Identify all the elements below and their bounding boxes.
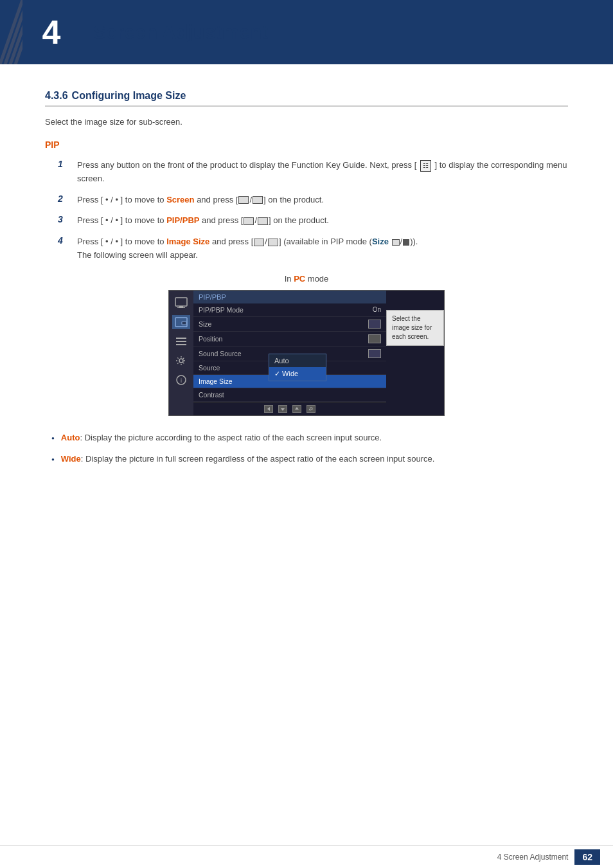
step-3-number: 3 (58, 214, 69, 224)
pip-icon (172, 315, 190, 329)
page-footer: 4 Screen Adjustment 62 (0, 845, 613, 868)
menu-header-label: PIP/PBP (193, 291, 386, 303)
step-3-text: Press [ • / • ] to move to PIP/PBP and p… (77, 214, 568, 228)
main-content: 4.3.6Configuring Image Size Select the i… (0, 64, 613, 512)
rotate-icon-3 (268, 239, 278, 246)
step-3: 3 Press [ • / • ] to move to PIP/PBP and… (58, 214, 568, 228)
menu-list-icon (172, 334, 190, 348)
svg-rect-6 (177, 307, 185, 308)
square-icon-1 (238, 196, 249, 204)
step-4-size-keyword: Size (372, 237, 389, 246)
monitor-icon (172, 296, 190, 310)
bullet-list: ● Auto: Display the picture according to… (51, 431, 568, 466)
menu-row-val-size (368, 320, 381, 329)
menu-wrapper: PIP/PBP PIP/PBP Mode On Size Position (193, 291, 386, 415)
square-icon-2 (244, 217, 254, 225)
step-4-number: 4 (58, 235, 69, 246)
header-stripes (0, 0, 22, 64)
chapter-title: Screen Adjustment (93, 21, 268, 43)
size-icon-filled (403, 239, 409, 246)
bullet-text-wide: Wide: Display the picture in full screen… (61, 453, 435, 466)
menu-row-label-image-size: Image Size (199, 377, 233, 385)
wide-description: : Display the picture in full screen reg… (81, 454, 435, 464)
toolbar-btn-down[interactable] (278, 405, 287, 413)
svg-rect-8 (182, 321, 186, 325)
menu-row-size: Size (193, 317, 386, 332)
step-4-text: Press [ • / • ] to move to Image Size an… (77, 235, 568, 262)
dropdown-popup: Auto Wide (269, 354, 326, 381)
step-4: 4 Press [ • / • ] to move to Image Size … (58, 235, 568, 262)
step-4-imagesize-keyword: Image Size (166, 237, 209, 246)
toolbar-btn-enter[interactable] (306, 405, 315, 413)
gear-icon (172, 354, 190, 368)
menu-row-label-contrast: Contrast (199, 391, 224, 399)
footer-chapter-text: 4 Screen Adjustment (497, 853, 569, 862)
menu-row-val-sound-source (368, 349, 381, 358)
menu-row-label-position: Position (199, 335, 222, 343)
in-pc-mode-label: In PC mode (45, 274, 568, 284)
step-2-screen-keyword: Screen (166, 195, 194, 204)
square-icon-3 (254, 239, 264, 246)
auto-description: : Display the picture according to the a… (80, 433, 382, 442)
menu-area: PIP/PBP PIP/PBP Mode On Size Position (193, 291, 386, 415)
svg-rect-5 (179, 306, 183, 307)
screenshot-container: i PIP/PBP PIP/PBP Mode On Size (45, 290, 568, 416)
wide-keyword: Wide (61, 454, 81, 464)
bullet-item-wide: ● Wide: Display the picture in full scre… (51, 453, 568, 466)
step-3-pip-keyword: PIP/PBP (166, 215, 199, 225)
dropdown-item-wide[interactable]: Wide (269, 367, 326, 381)
menu-row-val-position (368, 334, 381, 343)
dropdown-item-auto[interactable]: Auto (269, 354, 326, 367)
svg-rect-4 (175, 298, 187, 306)
svg-text:i: i (181, 377, 182, 384)
menu-row-label-source: Source (199, 364, 220, 372)
step-1-text: Press any button on the front of the pro… (77, 159, 568, 186)
screenshot-toolbar (193, 402, 386, 415)
menu-row-val-pip-mode: On (373, 306, 381, 313)
menu-icon: ☷ (420, 160, 431, 172)
chapter-number: 4 (22, 0, 80, 64)
menu-row-label-pip-mode: PIP/PBP Mode (199, 306, 244, 314)
svg-marker-17 (295, 407, 299, 410)
pc-keyword: PC (294, 274, 305, 284)
step-1: 1 Press any button on the front of the p… (58, 159, 568, 186)
bullet-text-auto: Auto: Display the picture according to t… (61, 431, 382, 445)
menu-row-label-size: Size (199, 320, 211, 328)
menu-screenshot: i PIP/PBP PIP/PBP Mode On Size (168, 290, 445, 416)
step-1-number: 1 (58, 159, 69, 169)
step-2: 2 Press [ • / • ] to move to Screen and … (58, 194, 568, 207)
svg-point-12 (179, 359, 183, 363)
section-heading: 4.3.6Configuring Image Size (45, 90, 568, 107)
rotate-icon-1 (253, 196, 263, 204)
menu-row-label-sound-source: Sound Source (199, 350, 242, 357)
svg-rect-10 (176, 341, 186, 342)
auto-keyword: Auto (61, 433, 80, 442)
bullet-dot-auto: ● (51, 435, 55, 443)
tooltip-box: Select the image size for each screen. (386, 310, 444, 346)
icon-bar: i (169, 291, 193, 415)
toolbar-btn-left[interactable] (264, 405, 273, 413)
svg-marker-16 (281, 408, 285, 411)
pip-heading: PIP (45, 140, 568, 150)
svg-marker-15 (267, 407, 270, 411)
footer-page-number: 62 (574, 849, 600, 865)
step-2-text: Press [ • / • ] to move to Screen and pr… (77, 194, 568, 207)
svg-rect-9 (176, 338, 186, 339)
menu-row-contrast: Contrast (193, 388, 386, 402)
steps-list: 1 Press any button on the front of the p… (58, 159, 568, 262)
menu-body: PIP/PBP PIP/PBP Mode On Size Position (193, 291, 386, 402)
bullet-item-auto: ● Auto: Display the picture according to… (51, 431, 568, 445)
info-icon: i (172, 373, 190, 387)
section-title: Configuring Image Size (72, 90, 186, 101)
bullet-dot-wide: ● (51, 456, 55, 464)
toolbar-btn-up[interactable] (292, 405, 301, 413)
page-header: 4 Screen Adjustment (0, 0, 613, 64)
size-icon-small (392, 239, 400, 246)
section-description: Select the image size for sub-screen. (45, 117, 568, 127)
rotate-icon-2 (258, 217, 268, 225)
section-number: 4.3.6 (45, 90, 68, 101)
step-2-number: 2 (58, 194, 69, 204)
menu-row-position: Position (193, 332, 386, 347)
svg-rect-11 (176, 344, 186, 345)
menu-row-pip-mode: PIP/PBP Mode On (193, 303, 386, 317)
